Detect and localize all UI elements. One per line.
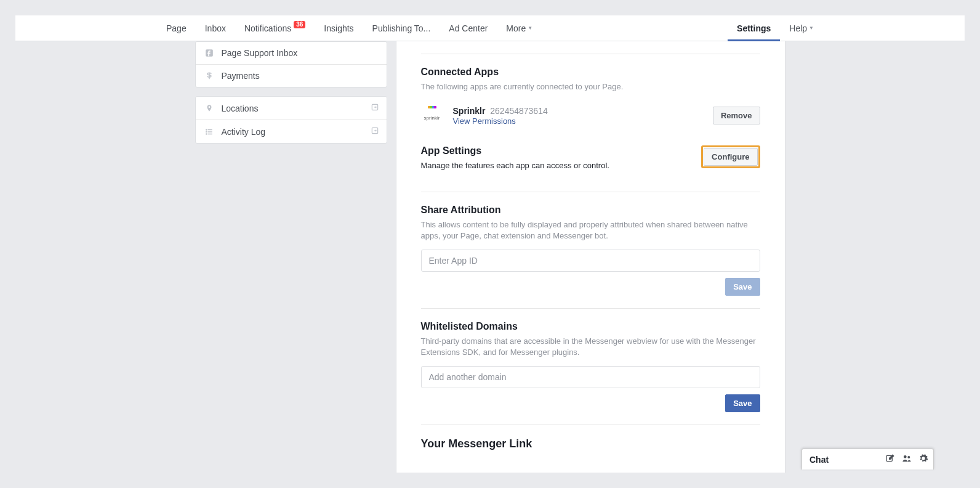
nav-label: Insights <box>324 23 353 33</box>
facebook-icon <box>203 49 215 57</box>
nav-insights[interactable]: Insights <box>315 15 363 41</box>
app-id-input[interactable] <box>421 250 760 272</box>
app-logo: sprinklr <box>421 105 443 127</box>
divider <box>421 54 760 54</box>
nav-label: Settings <box>737 23 771 33</box>
connected-apps-section: Connected Apps The following apps are cu… <box>421 67 760 127</box>
nav-inbox[interactable]: Inbox <box>196 15 235 41</box>
app-meta: Sprinklr 262454873614 View Permissions <box>453 106 703 126</box>
configure-button[interactable]: Configure <box>704 148 757 166</box>
whitelisted-domains-section: Whitelisted Domains Third-party domains … <box>421 321 760 412</box>
messenger-link-title: Your Messenger Link <box>421 437 760 450</box>
save-share-attribution-button[interactable]: Save <box>725 278 760 296</box>
nav-label: More <box>506 23 526 33</box>
configure-highlight: Configure <box>701 145 760 168</box>
divider <box>421 425 760 425</box>
remove-app-button[interactable]: Remove <box>713 107 760 124</box>
connected-app-row: sprinklr Sprinklr 262454873614 View Perm… <box>421 105 760 127</box>
nav-publishing-tools[interactable]: Publishing To... <box>363 15 440 41</box>
chevron-down-icon: ▼ <box>809 25 814 31</box>
nav-label: Inbox <box>205 23 226 33</box>
list-icon <box>203 128 215 136</box>
nav-notifications[interactable]: Notifications 36 <box>235 15 315 41</box>
divider <box>421 308 760 309</box>
nav-label: Help <box>789 23 807 33</box>
compose-icon[interactable] <box>885 453 895 465</box>
chat-title: Chat <box>809 455 885 465</box>
nav-label: Page <box>166 23 187 33</box>
top-nav-right: Settings Help ▼ <box>728 15 823 41</box>
section-title: Share Attribution <box>421 205 760 216</box>
nav-more[interactable]: More ▼ <box>497 15 542 41</box>
svg-point-10 <box>904 455 907 458</box>
sidebar-item-payments[interactable]: Payments <box>196 65 387 87</box>
chat-dock[interactable]: Chat <box>801 449 934 470</box>
sidebar-item-label: Payments <box>222 71 260 81</box>
section-subtitle: The following apps are currently connect… <box>421 81 760 92</box>
chat-icons <box>885 453 928 465</box>
section-title: Connected Apps <box>421 67 760 78</box>
share-attribution-section: Share Attribution This allows content to… <box>421 205 760 296</box>
nav-label: Notifications <box>244 23 291 33</box>
main-panel: Connected Apps The following apps are cu… <box>396 41 785 473</box>
section-subtitle: Manage the features each app can access … <box>421 160 609 171</box>
divider <box>421 192 760 192</box>
section-subtitle: Third-party domains that are accessible … <box>421 336 760 357</box>
svg-point-11 <box>907 456 910 458</box>
app-settings-section: App Settings Manage the features each ap… <box>421 145 760 180</box>
svg-point-5 <box>206 129 206 129</box>
gear-icon[interactable] <box>918 453 928 465</box>
content: Page Support Inbox Payments <box>15 41 965 473</box>
nav-label: Ad Center <box>449 23 488 33</box>
sidebar-group: Page Support Inbox Payments <box>195 41 387 87</box>
top-nav: Page Inbox Notifications 36 Insights Pub… <box>15 15 965 41</box>
whitelisted-domain-input[interactable] <box>421 366 760 388</box>
sidebar-item-label: Locations <box>222 104 259 113</box>
svg-point-6 <box>206 131 206 132</box>
sidebar-item-activity-log[interactable]: Activity Log <box>196 120 387 143</box>
sidebar-group: Locations Activity Log <box>195 96 387 144</box>
view-permissions-link[interactable]: View Permissions <box>453 116 516 126</box>
section-title: App Settings <box>421 145 609 157</box>
sidebar-item-page-support-inbox[interactable]: Page Support Inbox <box>196 42 387 65</box>
people-icon[interactable] <box>901 453 912 465</box>
sidebar-item-locations[interactable]: Locations <box>196 97 387 120</box>
nav-page[interactable]: Page <box>157 15 196 41</box>
sidebar-item-label: Activity Log <box>222 127 266 137</box>
app-id: 262454873614 <box>490 106 547 116</box>
settings-sidebar: Page Support Inbox Payments <box>195 41 387 473</box>
open-external-icon <box>371 103 379 113</box>
sidebar-item-label: Page Support Inbox <box>222 48 298 58</box>
save-whitelisted-domains-button[interactable]: Save <box>725 394 760 412</box>
nav-label: Publishing To... <box>372 23 431 33</box>
app-name: Sprinklr <box>453 106 486 116</box>
nav-help[interactable]: Help ▼ <box>780 15 823 41</box>
open-external-icon <box>371 126 379 137</box>
section-subtitle: This allows content to be fully displaye… <box>421 219 760 241</box>
pin-icon <box>203 104 215 113</box>
dollar-icon <box>203 71 215 80</box>
app-logo-text: sprinklr <box>424 115 440 121</box>
top-nav-left: Page Inbox Notifications 36 Insights Pub… <box>157 15 542 41</box>
svg-point-7 <box>206 133 206 134</box>
section-title: Whitelisted Domains <box>421 321 760 332</box>
nav-settings[interactable]: Settings <box>728 15 780 41</box>
chevron-down-icon: ▼ <box>528 25 532 31</box>
nav-ad-center[interactable]: Ad Center <box>440 15 497 41</box>
notifications-badge: 36 <box>294 21 305 28</box>
